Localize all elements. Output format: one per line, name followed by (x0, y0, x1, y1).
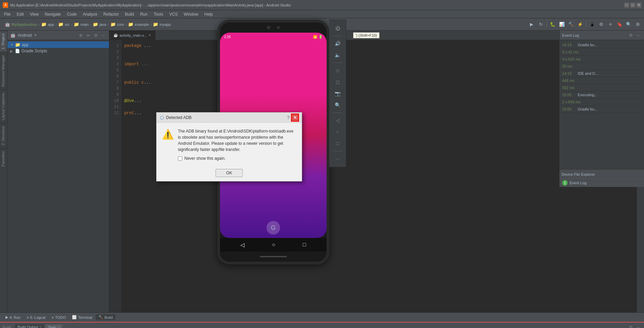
panel-settings[interactable]: ⚙ (628, 324, 634, 328)
breadcrumb-main[interactable]: main (80, 22, 89, 27)
dialog-close-button[interactable]: ✕ (292, 114, 298, 121)
find-btn[interactable]: 🔍 (625, 20, 633, 29)
close-button[interactable]: ✕ (637, 3, 641, 7)
screenshot-btn[interactable]: 📷 (332, 88, 343, 99)
expand-arrow2: ▶ (10, 49, 14, 53)
event-log-minimize[interactable]: ─ (635, 32, 641, 38)
bookmark-btn[interactable]: 🔖 (615, 20, 624, 29)
breadcrumb-app2[interactable]: app (48, 22, 54, 27)
line-numbers: 123456789101112 (109, 40, 122, 312)
menu-tools[interactable]: Tools (151, 11, 166, 17)
sync-tab[interactable]: Sync × (45, 325, 62, 328)
maximize-button[interactable]: □ (630, 3, 635, 7)
nav-recents[interactable]: □ (303, 242, 306, 248)
dialog-message-area: The ADB binary found at E:\Android\SDK\p… (178, 128, 296, 161)
tab-favorites[interactable]: Favorites (0, 148, 7, 169)
menu-window[interactable]: Window (181, 11, 201, 17)
structure-btn[interactable]: ≡ (606, 20, 614, 29)
home-btn[interactable]: ○ (332, 126, 343, 137)
tree-item-app[interactable]: ▼ 📁 app (7, 41, 109, 48)
close-panel-btn[interactable]: ─ (100, 32, 106, 38)
event-time-5: 448 ms (562, 77, 576, 84)
more-btn[interactable]: ··· (332, 153, 343, 164)
rotate-btn[interactable]: ◇ (332, 65, 343, 76)
debug-button[interactable]: 🐛 (549, 20, 557, 29)
settings-panel-btn[interactable]: ⚙ (93, 32, 99, 38)
panel-minimize[interactable]: ─ (635, 324, 641, 328)
back-btn[interactable]: ◁ (332, 115, 343, 126)
dropdown-arrow[interactable]: ▼ (34, 33, 37, 37)
breadcrumb-example[interactable]: example (135, 22, 149, 27)
vol-up-btn[interactable]: 🔊 (332, 38, 343, 49)
zoom-btn[interactable]: 🔍 (332, 100, 343, 110)
breadcrumb-com[interactable]: com (117, 22, 124, 27)
vol-down-btn[interactable]: 🔈 (332, 50, 343, 61)
scroll-btn[interactable]: ⇔ (85, 32, 91, 38)
dialog-ok-button[interactable]: OK (216, 169, 242, 177)
emulator-speaker-top (220, 22, 327, 33)
tab-layout-captures[interactable]: Layout Captures (0, 90, 7, 123)
breadcrumb-app[interactable]: MyApplication (12, 22, 37, 27)
tooltip-text: ') (Shift+F10) (355, 33, 377, 37)
editor-tab-main[interactable]: ☕ activity_main.x... ✕ (109, 31, 155, 40)
dialog-help-btn[interactable]: ? (287, 115, 290, 120)
build-output-close[interactable]: × (39, 325, 41, 328)
sync-button[interactable]: ↻ (537, 20, 545, 29)
sdk-button[interactable]: ⚙ (597, 20, 605, 29)
adb-icon: ⬡ (160, 115, 164, 120)
sync-close[interactable]: × (58, 325, 60, 328)
bt-logcat[interactable]: ≡ 6: Logcat (24, 315, 48, 320)
menu-help[interactable]: Help (202, 11, 216, 17)
menu-run[interactable]: Run (137, 11, 150, 17)
run-label: 4: Run (10, 315, 20, 320)
event-log-settings[interactable]: ⚙ (628, 32, 634, 38)
tab-project[interactable]: 1: Project (0, 31, 7, 52)
window-controls: ─ □ ✕ (624, 3, 641, 7)
menu-edit[interactable]: Edit (14, 11, 26, 17)
app-icons-row: G (266, 221, 280, 235)
wifi-icon: 📶 (313, 35, 317, 39)
bt-build[interactable]: 🔨 Build (96, 314, 115, 320)
menu-analyze[interactable]: Analyze (80, 11, 100, 17)
menu-view[interactable]: View (27, 11, 41, 17)
breadcrumb-myapp[interactable]: myapp (160, 22, 171, 27)
nav-home[interactable]: ○ (272, 242, 275, 248)
menu-navigate[interactable]: Navigate (42, 11, 63, 17)
nav-back[interactable]: ◁ (240, 242, 244, 248)
run-button[interactable]: ▶ (528, 20, 536, 29)
terminal-label: Terminal (78, 315, 92, 320)
never-show-label[interactable]: Never show this again. (184, 156, 225, 161)
breadcrumb-java[interactable]: java (99, 22, 106, 27)
google-icon[interactable]: G (266, 221, 280, 235)
avd-button[interactable]: 📱 (588, 20, 596, 29)
bt-todo[interactable]: ≡ TODO (49, 315, 69, 320)
breadcrumb-src[interactable]: src (65, 22, 70, 27)
build-output-tab[interactable]: Build Output × (15, 324, 44, 328)
menu-build[interactable]: Build (122, 11, 137, 17)
never-show-checkbox[interactable] (178, 156, 182, 161)
locate-btn[interactable]: ⊕ (78, 32, 84, 38)
dialog-title-bar: ⬡ Detected ADB ? ✕ (157, 113, 302, 123)
minimize-button[interactable]: ─ (624, 3, 629, 7)
build-btn2[interactable]: 🔨 (567, 20, 575, 29)
tree-item-gradle[interactable]: ▶ 📄 Gradle Scripts (7, 48, 109, 54)
square-btn[interactable]: □ (332, 138, 343, 149)
bt-run[interactable]: ▶ 4: Run (3, 314, 23, 320)
event-log-bottom[interactable]: 1 Event Log (559, 178, 644, 187)
menu-vcs[interactable]: VCS (167, 11, 181, 17)
event-log-panel: Event Log ⚙ ─ 14:19 Gradle bu... 9 s 42 … (559, 31, 644, 187)
panel-controls: ⚙ ─ (628, 324, 641, 328)
fold-btn[interactable]: ◻ (332, 76, 343, 87)
tab-structure[interactable]: 2: Structure (0, 123, 7, 148)
power-btn[interactable]: ⏻ (332, 23, 343, 34)
device-file-explorer-label[interactable]: Device File Explorer (559, 170, 644, 178)
settings-btn[interactable]: ⚙ (634, 20, 642, 29)
android-prof[interactable]: ⚡ (576, 20, 584, 29)
tab-resource-manager[interactable]: Resource Manager (0, 52, 7, 90)
speaker-dot (277, 26, 280, 29)
menu-code[interactable]: Code (64, 11, 79, 17)
menu-file[interactable]: File (1, 11, 13, 17)
bt-terminal[interactable]: ⬜ Terminal (69, 314, 95, 320)
profile-button[interactable]: 📊 (558, 20, 566, 29)
menu-refactor[interactable]: Refactor (101, 11, 122, 17)
